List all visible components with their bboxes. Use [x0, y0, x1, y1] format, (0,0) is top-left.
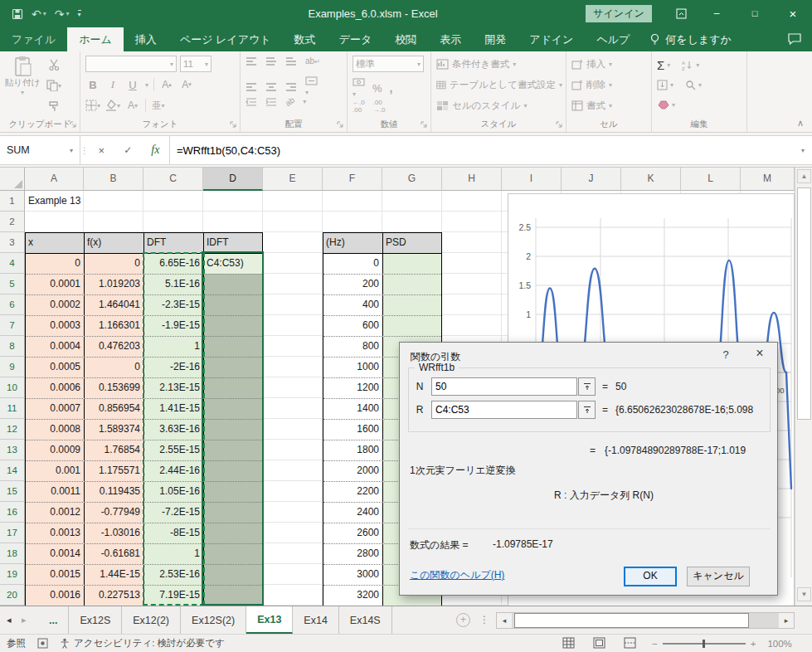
cell-G4[interactable]: [382, 253, 442, 274]
row-header-1[interactable]: 1: [0, 191, 25, 212]
cell-C18[interactable]: 1: [143, 543, 203, 564]
cell-F16[interactable]: 2400: [323, 502, 382, 523]
cell-D12[interactable]: [203, 419, 263, 440]
horizontal-scrollbar-thumb[interactable]: [514, 613, 749, 628]
column-header-B[interactable]: B: [84, 168, 143, 191]
cell-C19[interactable]: 2.53E-16: [143, 564, 203, 585]
macro-record-icon[interactable]: [37, 638, 48, 649]
cell-D17[interactable]: [203, 523, 263, 543]
comma-style-icon[interactable]: ,: [390, 81, 393, 95]
cell-H4[interactable]: [442, 253, 502, 274]
column-header-D[interactable]: D: [203, 168, 263, 191]
cell-E13[interactable]: [263, 440, 323, 460]
row-header-15[interactable]: 15: [0, 481, 25, 502]
select-all-corner[interactable]: [0, 168, 25, 191]
zoom-level[interactable]: 100%: [767, 639, 791, 649]
cell-A3[interactable]: x: [25, 232, 84, 253]
cell-E15[interactable]: [263, 481, 323, 502]
cell-D5[interactable]: [203, 274, 263, 294]
cell-A16[interactable]: 0.0012: [25, 502, 84, 523]
column-header-G[interactable]: G: [382, 168, 442, 191]
ribbon-tab-ヘルプ[interactable]: ヘルプ: [585, 27, 641, 51]
zoom-slider-thumb[interactable]: [703, 640, 705, 648]
row-header-10[interactable]: 10: [0, 377, 25, 398]
cell-C4[interactable]: 6.65E-16: [143, 253, 203, 274]
cell-C15[interactable]: 1.05E-16: [143, 481, 203, 502]
cell-B5[interactable]: 1.019203: [84, 274, 143, 294]
clear-eraser-icon[interactable]: ▾: [657, 96, 675, 113]
format-as-table-button[interactable]: テーブルとして書式設定▾: [436, 79, 562, 91]
cell-A15[interactable]: 0.0011: [25, 481, 84, 502]
column-header-K[interactable]: K: [621, 168, 681, 191]
cell-F10[interactable]: 1200: [323, 377, 382, 398]
find-select-icon[interactable]: ▾: [685, 76, 702, 93]
tell-me-box[interactable]: 何をしますか: [641, 27, 740, 51]
cell-B6[interactable]: 1.464041: [84, 294, 143, 315]
cell-D15[interactable]: [203, 481, 263, 502]
column-header-M[interactable]: M: [741, 168, 795, 191]
format-painter-icon[interactable]: [46, 99, 61, 114]
increase-font-icon[interactable]: A▴: [159, 77, 174, 92]
scroll-up-icon[interactable]: ▲: [797, 169, 811, 183]
cell-A19[interactable]: 0.0015: [25, 564, 84, 585]
cell-B4[interactable]: 0: [84, 253, 143, 274]
wrap-text-icon[interactable]: ab↵: [305, 56, 320, 66]
ribbon-tab-ホーム[interactable]: ホーム: [67, 27, 124, 51]
formula-bar-expand-icon[interactable]: ▾: [794, 136, 812, 164]
accounting-format-icon[interactable]: ▾: [353, 77, 365, 99]
ribbon-tab-ファイル[interactable]: ファイル: [0, 27, 67, 51]
cell-D4[interactable]: C4:C53): [203, 253, 263, 274]
fill-color-icon[interactable]: ▾: [105, 98, 120, 113]
cell-A20[interactable]: 0.0016: [25, 585, 84, 606]
cell-E8[interactable]: [263, 336, 323, 357]
row-header-7[interactable]: 7: [0, 315, 25, 336]
decrease-decimal-icon[interactable]: .00→.0: [373, 99, 386, 114]
phonetic-guide-icon[interactable]: 亜▾: [151, 98, 166, 113]
row-header-20[interactable]: 20: [0, 585, 25, 606]
sheet-tab-Ex12S[interactable]: Ex12S: [69, 606, 122, 634]
cell-F4[interactable]: 0: [323, 253, 382, 274]
cell-F2[interactable]: [323, 212, 382, 232]
row-header-18[interactable]: 18: [0, 543, 25, 564]
cell-D7[interactable]: [203, 315, 263, 336]
page-break-view-icon[interactable]: [624, 637, 636, 649]
cell-D19[interactable]: [203, 564, 263, 585]
cell-B7[interactable]: 1.166301: [84, 315, 143, 336]
ribbon-tab-数式[interactable]: 数式: [283, 27, 328, 51]
comment-icon[interactable]: [787, 32, 802, 46]
ribbon-tab-ページ レイアウト[interactable]: ページ レイアウト: [168, 27, 283, 51]
cell-A6[interactable]: 0.0002: [25, 294, 84, 315]
cell-D8[interactable]: [203, 336, 263, 357]
cancel-button[interactable]: キャンセル: [687, 567, 750, 586]
normal-view-icon[interactable]: [562, 637, 575, 649]
align-right-icon[interactable]: [285, 83, 297, 91]
align-left-icon[interactable]: [246, 83, 257, 91]
row-header-14[interactable]: 14: [0, 460, 25, 481]
arg-r-input[interactable]: [431, 401, 577, 419]
cell-D16[interactable]: [203, 502, 263, 523]
customize-qat-icon[interactable]: ▾: [78, 10, 81, 18]
format-cells-button[interactable]: 書式▾: [571, 100, 648, 112]
sort-filter-icon[interactable]: AZ▾: [682, 56, 699, 73]
cell-A1[interactable]: Example 13: [25, 191, 84, 212]
cell-A10[interactable]: 0.0006: [25, 377, 84, 398]
cell-H3[interactable]: [442, 232, 502, 253]
cell-C16[interactable]: -7.2E-15: [143, 502, 203, 523]
arg-n-input[interactable]: [431, 377, 577, 396]
enter-formula-icon[interactable]: ✓: [124, 144, 132, 156]
percent-style-icon[interactable]: %: [372, 82, 382, 95]
orientation-icon[interactable]: ab: [284, 95, 296, 108]
cell-E11[interactable]: [263, 398, 323, 419]
ribbon-tab-データ[interactable]: データ: [328, 27, 384, 51]
sign-in-button[interactable]: サインイン: [586, 5, 652, 22]
font-size-combo[interactable]: 11▾: [180, 56, 212, 72]
tabbar-overflow-icon[interactable]: ⋮: [479, 614, 489, 625]
sheet-tab-Ex14S[interactable]: Ex14S: [339, 606, 392, 634]
ribbon-tab-開発[interactable]: 開発: [473, 27, 518, 51]
align-middle-icon[interactable]: [265, 57, 277, 66]
cell-E3[interactable]: [263, 232, 323, 253]
cell-F6[interactable]: 400: [323, 294, 382, 315]
cell-B2[interactable]: [84, 212, 143, 232]
cell-B3[interactable]: f(x): [84, 232, 143, 253]
cell-H6[interactable]: [442, 294, 502, 315]
